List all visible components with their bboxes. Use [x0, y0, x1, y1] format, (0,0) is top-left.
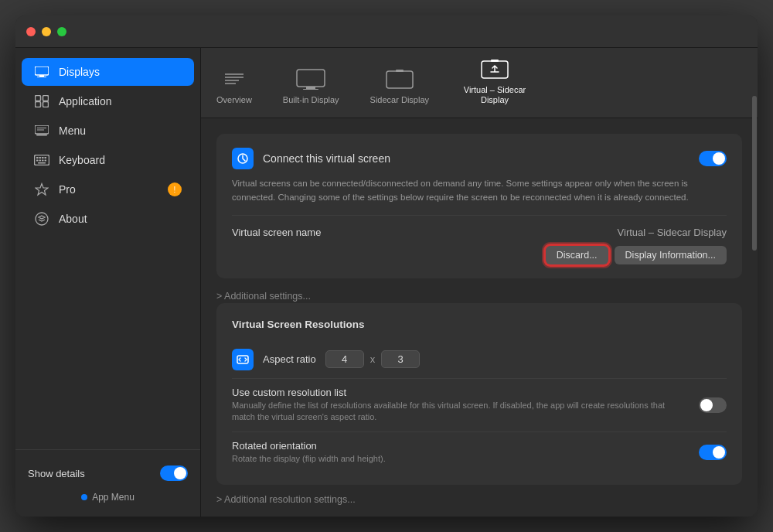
- pro-icon: [34, 182, 49, 197]
- custom-resolution-row: Use custom resolution list Manually defi…: [232, 378, 727, 431]
- aspect-ratio-icon: [232, 349, 254, 370]
- additional-resolution-settings[interactable]: > Additional resolution settings...: [216, 494, 742, 505]
- rotated-orientation-desc: Rotate the display (flip width and heigh…: [232, 453, 690, 465]
- custom-resolution-toggle[interactable]: [699, 397, 727, 413]
- sidebar-item-application-label: Application: [59, 95, 112, 107]
- sidebar-item-menu[interactable]: Menu: [22, 117, 194, 145]
- sidebar-item-keyboard-label: Keyboard: [59, 154, 105, 166]
- tab-bar: Overview Built-in Display: [201, 48, 758, 118]
- sidebar-item-about-label: About: [59, 213, 87, 225]
- aspect-x-input[interactable]: [325, 350, 364, 368]
- builtin-tab-icon: [295, 67, 326, 90]
- aspect-ratio-row: Aspect ratio x: [232, 341, 727, 378]
- sidebar-item-displays[interactable]: Displays: [22, 58, 194, 86]
- svg-rect-19: [45, 160, 47, 162]
- overview-tab-icon: [219, 67, 250, 90]
- connect-card: Connect this virtual screen Virtual scre…: [216, 134, 742, 278]
- custom-resolution-label: Use custom resolution list: [232, 387, 690, 398]
- svg-rect-4: [43, 96, 49, 101]
- app-menu-row[interactable]: App Menu: [15, 487, 200, 507]
- connect-icon: [232, 148, 254, 169]
- sidebar-item-application[interactable]: Application: [22, 87, 194, 115]
- show-details-row: Show details: [15, 459, 200, 487]
- tab-builtin[interactable]: Built-in Display: [283, 67, 339, 108]
- tab-overview[interactable]: Overview: [216, 67, 252, 108]
- tab-sidecar-label: Sidecar Display: [370, 95, 429, 105]
- resolutions-card: Virtual Screen Resolutions Aspect rati: [216, 303, 742, 485]
- app-menu-label: App Menu: [92, 492, 135, 503]
- tab-virtual-sidecar-label: Virtual – Sidecar Display: [460, 85, 530, 105]
- svg-rect-28: [386, 71, 413, 88]
- svg-rect-16: [36, 160, 39, 162]
- connect-toggle[interactable]: [699, 151, 727, 166]
- sidebar: Displays Application: [15, 48, 201, 517]
- connect-row: Connect this virtual screen: [232, 148, 727, 169]
- svg-rect-3: [36, 96, 41, 101]
- action-row: Discard... Display Information...: [232, 246, 727, 264]
- svg-rect-8: [36, 135, 47, 136]
- svg-rect-31: [491, 60, 499, 62]
- aspect-inputs: x: [325, 350, 421, 368]
- menu-icon: [34, 123, 49, 138]
- aspect-y-input[interactable]: [381, 350, 420, 368]
- svg-rect-25: [297, 70, 325, 87]
- svg-rect-6: [43, 102, 49, 107]
- svg-rect-13: [39, 157, 42, 159]
- discard-button[interactable]: Discard...: [546, 246, 608, 264]
- main-panel: Overview Built-in Display: [201, 48, 758, 517]
- custom-resolution-desc: Manually define the list of resolutions …: [232, 400, 690, 424]
- svg-rect-17: [39, 160, 42, 162]
- maximize-button[interactable]: [57, 27, 66, 36]
- sidebar-item-menu-label: Menu: [59, 124, 86, 137]
- keyboard-icon: [34, 152, 49, 168]
- svg-rect-14: [42, 157, 44, 159]
- sidebar-item-displays-label: Displays: [59, 66, 100, 78]
- tab-builtin-label: Built-in Display: [283, 95, 339, 105]
- scroll-area[interactable]: Connect this virtual screen Virtual scre…: [201, 118, 758, 517]
- svg-rect-1: [39, 75, 44, 77]
- tab-overview-label: Overview: [216, 95, 252, 105]
- main-window: Displays Application: [15, 15, 758, 517]
- connect-label: Connect this virtual screen: [263, 152, 690, 165]
- rotated-orientation-label: Rotated orientation: [232, 440, 690, 452]
- rotated-orientation-toggle[interactable]: [699, 445, 727, 460]
- svg-rect-29: [396, 70, 404, 72]
- content-area: Displays Application: [15, 48, 758, 517]
- svg-rect-20: [38, 162, 46, 164]
- aspect-separator: x: [370, 353, 376, 365]
- svg-rect-27: [303, 89, 318, 90]
- scrollbar-track[interactable]: [751, 80, 758, 517]
- svg-rect-5: [36, 102, 41, 107]
- scrollbar-thumb[interactable]: [752, 96, 757, 251]
- svg-rect-0: [35, 66, 49, 75]
- about-icon: [34, 211, 49, 227]
- tab-virtual-sidecar[interactable]: Virtual – Sidecar Display: [460, 57, 530, 108]
- tab-sidecar[interactable]: Sidecar Display: [370, 67, 429, 108]
- svg-rect-2: [37, 77, 46, 77]
- custom-resolution-content: Use custom resolution list Manually defi…: [232, 387, 690, 424]
- virtual-name-value: Virtual – Sidecar Display: [618, 227, 727, 238]
- panel-wrapper: Overview Built-in Display: [201, 48, 758, 517]
- virtual-name-row: Virtual screen name Virtual – Sidecar Di…: [232, 215, 727, 238]
- minimize-button[interactable]: [42, 27, 51, 36]
- app-menu-dot: [81, 494, 87, 500]
- sidecar-tab-icon: [384, 67, 415, 90]
- rotated-orientation-content: Rotated orientation Rotate the display (…: [232, 440, 690, 465]
- svg-rect-26: [306, 87, 315, 89]
- svg-rect-12: [36, 157, 39, 159]
- virtual-name-label: Virtual screen name: [232, 227, 618, 238]
- close-button[interactable]: [26, 27, 36, 36]
- display-info-button[interactable]: Display Information...: [615, 246, 727, 264]
- sidebar-bottom: Show details App Menu: [15, 449, 200, 507]
- pro-badge: !: [168, 182, 182, 196]
- resolutions-title: Virtual Screen Resolutions: [232, 319, 727, 330]
- additional-settings[interactable]: > Additional settings...: [216, 291, 742, 302]
- sidebar-item-pro[interactable]: Pro !: [22, 176, 194, 203]
- svg-rect-18: [42, 160, 44, 162]
- show-details-toggle[interactable]: [160, 466, 188, 481]
- sidebar-item-about[interactable]: About: [22, 205, 194, 233]
- titlebar: [15, 15, 758, 48]
- aspect-ratio-label: Aspect ratio: [263, 353, 316, 365]
- sidebar-item-pro-label: Pro: [59, 183, 76, 196]
- sidebar-item-keyboard[interactable]: Keyboard: [22, 146, 194, 174]
